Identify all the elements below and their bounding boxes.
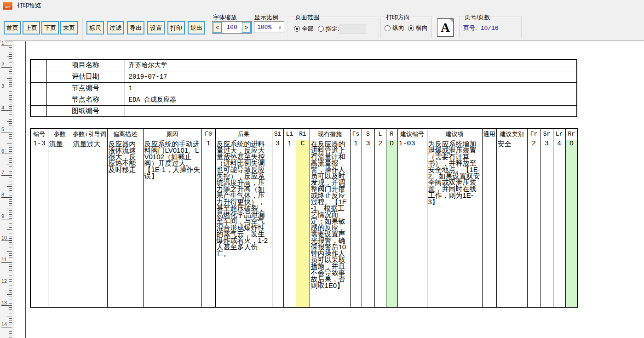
page-fold-icon <box>449 19 453 23</box>
window-title: 打印预览 <box>17 1 41 10</box>
ruler-mid-tick <box>7 100 12 100</box>
radio-all-pages[interactable]: 全部 <box>294 25 314 33</box>
font-scale-label: 字体缩放 <box>213 13 237 22</box>
col-header-param-guideword: 参数+引导词 <box>72 128 107 140</box>
cell-recommendation: 为反应系统增加泄爆或泄压装置（需要有计算书），并释放至安全地点。【1E-2。如果… <box>427 140 482 307</box>
col-header-li: Li <box>283 128 296 140</box>
radio-all-label: 全部 <box>302 25 314 33</box>
hazop-data-row: 1-3流量流量过大反应器内液体流速很大，反应热不能及时移走反应系统的手动进料阀门… <box>30 140 578 307</box>
page-range-label: 页面范围 <box>294 13 321 22</box>
cell-consequence: 反应系统的进料量过大，反应大量放热甚至失控（进料比例失调也可能导致反应失控），反… <box>215 140 272 307</box>
cell-si: 3 <box>272 140 283 307</box>
export-button[interactable]: 导出 <box>127 21 144 34</box>
cell-recommendation-type: 安全 <box>496 140 527 307</box>
filter-button[interactable]: 过滤 <box>107 21 124 34</box>
ruler-mark: 3 <box>1 83 5 89</box>
cell-sr: 3 <box>540 140 553 307</box>
ruler-mid-tick <box>7 57 12 57</box>
toolbar: 首页上页下页末页 标尺过滤导出设置打印退出 字体缩放 < 100 > 显示比例 … <box>0 11 644 41</box>
info-row: 节点编号1 <box>30 82 577 94</box>
radio-icon <box>318 26 324 32</box>
display-ratio-label: 显示比例 <box>254 13 278 22</box>
cell-fs: 1 <box>350 140 362 307</box>
cell-deviation: 反应器内液体流速很大，反应热不能及时移走 <box>107 140 143 307</box>
orientation-icon-letter: A <box>441 21 450 35</box>
cell-recommendation-no: 1-03 <box>397 140 427 307</box>
info-row: 评估日期2019-07-17 <box>30 71 577 82</box>
radio-portrait-label: 纵向 <box>392 24 404 32</box>
ruler-mid-tick <box>7 78 12 79</box>
col-header-safeguards: 现有措施 <box>310 128 350 140</box>
info-spacer-cell <box>30 59 46 71</box>
first-page-button[interactable]: 首页 <box>4 21 21 34</box>
col-header-fr: Fr <box>527 128 540 140</box>
ruler-mark: 12 <box>1 278 7 284</box>
info-row: 项目名称齐齐哈尔大学 <box>30 59 577 71</box>
ruler-mark: 10 <box>1 235 7 241</box>
info-spacer-cell <box>30 105 46 117</box>
radio-portrait[interactable]: 纵向 <box>385 24 404 32</box>
ruler-major-tick <box>1 67 12 68</box>
info-value: 1 <box>125 82 577 94</box>
ruler-major-tick <box>1 262 12 263</box>
ruler-major-tick <box>1 219 12 219</box>
col-header-no: 编号 <box>30 128 48 140</box>
next-page-button[interactable]: 下页 <box>41 21 59 34</box>
radio-icon <box>385 25 391 31</box>
toolbar-separator <box>82 17 83 40</box>
toolbar-separator <box>457 17 458 40</box>
title-bar: kit 打印预览 <box>0 0 644 11</box>
ruler-major-tick <box>1 197 12 198</box>
info-spacer-cell <box>30 82 46 94</box>
font-scale-spinner: < 100 > <box>212 21 252 34</box>
font-scale-decrease-button[interactable]: < <box>213 22 222 33</box>
col-header-f0: F0 <box>201 128 215 140</box>
info-label: 节点编号 <box>46 82 125 94</box>
info-label: 评估日期 <box>46 71 125 82</box>
cell-cause: 反应系统的手动进料阀门LV0101、LV0102（如截止阀）开度过大。【1E-1… <box>143 140 201 307</box>
cell-rr: D <box>565 140 578 307</box>
info-value: 2019-07-17 <box>125 71 577 82</box>
radio-landscape[interactable]: 横向 <box>408 24 428 32</box>
toolbar-separator <box>287 17 288 40</box>
exit-button[interactable]: 退出 <box>188 21 205 34</box>
col-header-cause: 原因 <box>143 128 201 140</box>
ruler-mark: 2 <box>1 62 5 67</box>
toolbar-separator <box>379 17 380 40</box>
col-header-sr: Sr <box>540 128 553 140</box>
print-button[interactable]: 打印 <box>167 21 185 34</box>
page-number-value: 10/16 <box>481 25 499 32</box>
cell-f0: 1 <box>201 140 215 307</box>
col-header-deviation: 偏离描述 <box>107 128 143 140</box>
col-header-recommendation: 建议项 <box>427 128 482 140</box>
ruler-button[interactable]: 标尺 <box>86 21 104 34</box>
page-orientation-icon: A <box>437 18 454 37</box>
col-header-s: S <box>362 128 374 140</box>
settings-button[interactable]: 设置 <box>147 21 165 34</box>
info-label: 图纸编号 <box>46 105 125 117</box>
radio-icon <box>294 26 300 32</box>
font-scale-increase-button[interactable]: > <box>242 22 251 33</box>
last-page-button[interactable]: 末页 <box>60 21 78 34</box>
col-header-fs: Fs <box>350 128 362 140</box>
info-spacer-cell <box>30 94 46 105</box>
cell-fr: 2 <box>527 140 540 307</box>
info-label: 项目名称 <box>46 59 125 71</box>
hazop-header-row: 编号参数参数+引导词偏离描述原因F0后果SiLiRi现有措施FsSLR建议编号建… <box>30 128 578 140</box>
ruler-mid-tick <box>7 316 12 316</box>
info-spacer-cell <box>30 71 46 82</box>
radio-specify-pages[interactable]: 指定: <box>318 25 339 33</box>
cell-l: 2 <box>374 140 386 307</box>
cell-li: 1 <box>283 140 296 307</box>
chevron-down-icon: ∨ <box>278 25 282 30</box>
specify-pages-input[interactable] <box>339 24 366 34</box>
cell-param-guideword: 流量过大 <box>72 140 107 307</box>
cell-parameter: 流量 <box>48 140 72 307</box>
col-header-recommendation-no: 建议编号 <box>397 128 427 140</box>
page-edge-line <box>25 41 26 338</box>
display-ratio-dropdown[interactable]: 100% ∨ <box>254 21 284 33</box>
info-row: 图纸编号 <box>30 105 577 117</box>
ruler-mid-tick <box>7 251 12 252</box>
prev-page-button[interactable]: 上页 <box>23 21 40 34</box>
ruler-mid-tick <box>7 294 12 295</box>
